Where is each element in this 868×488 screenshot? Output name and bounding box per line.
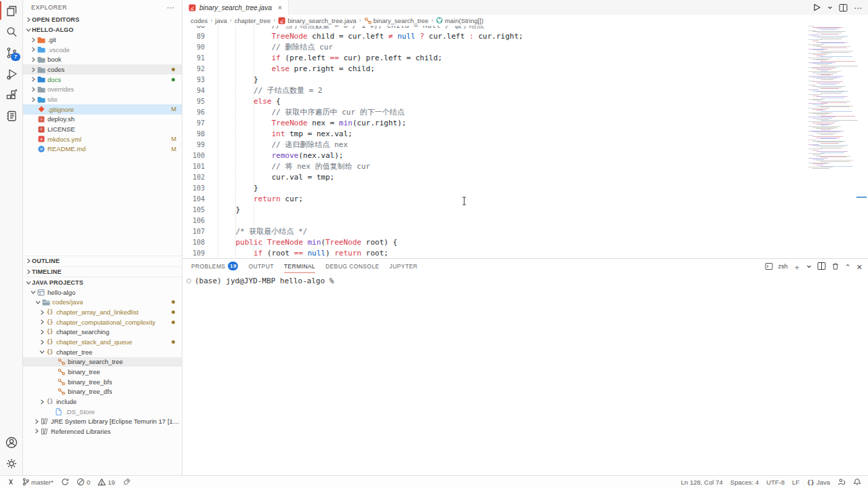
tree-item-mkdocs.yml[interactable]: ≡mkdocs.ymlM — [23, 134, 182, 144]
tree-item-codes[interactable]: codes — [23, 64, 182, 75]
overview-ruler[interactable] — [856, 0, 868, 258]
sidebar-more-actions-icon[interactable]: ⋯ — [167, 3, 175, 12]
panel-tab-label: PROBLEMS — [191, 263, 225, 270]
panel-tab-label: OUTPUT — [248, 263, 273, 270]
tree-item-hello-algo[interactable]: hello-algo — [23, 287, 182, 298]
java-language-status[interactable] — [123, 478, 131, 486]
indentation[interactable]: Spaces: 4 — [730, 479, 759, 486]
tree-item-binary_tree[interactable]: binary_tree — [23, 367, 182, 377]
tree-item-chapter_computational_complexity[interactable]: {}chapter_computational_complexity — [23, 317, 182, 327]
tree-item-.vscode[interactable]: .vscode — [23, 45, 182, 55]
svg-text:>: > — [40, 117, 42, 121]
terminal-dropdown-icon[interactable] — [806, 264, 812, 269]
tree-item-binary_search_tree[interactable]: binary_search_tree — [23, 357, 182, 367]
item-label: binary_tree_dfs — [68, 388, 112, 395]
section-header-java-projects[interactable]: JAVA PROJECTS — [23, 277, 182, 287]
chevron-right-icon — [25, 268, 32, 275]
breadcrumb-item[interactable]: chapter_tree — [235, 17, 271, 24]
explorer-activity-button[interactable] — [0, 0, 22, 21]
tree-item-binary_tree_bfs[interactable]: binary_tree_bfs — [23, 377, 182, 387]
eol-sequence[interactable]: LF — [792, 479, 800, 486]
svg-text:M: M — [39, 147, 42, 151]
remote-indicator[interactable] — [7, 478, 15, 486]
breadcrumb-item[interactable]: main(String[]) — [436, 17, 484, 24]
new-terminal-button[interactable]: ＋ — [793, 260, 801, 272]
tree-item-codesjava[interactable]: codes/java — [23, 298, 182, 308]
account-button[interactable] — [0, 432, 22, 453]
tree-item-.git[interactable]: .git — [23, 35, 182, 45]
settings-gear-button[interactable] — [0, 453, 22, 474]
tree-item-chapter_stack_and_queue[interactable]: {}chapter_stack_and_queue — [23, 337, 182, 347]
panel-tab-debug-console[interactable]: DEBUG CONSOLE — [326, 259, 379, 273]
run-debug-activity-button[interactable] — [0, 63, 22, 84]
tree-item-ReferencedLibraries[interactable]: Referenced Libraries — [23, 426, 182, 436]
kill-terminal-button[interactable] — [831, 262, 840, 270]
split-terminal-button[interactable] — [817, 262, 826, 270]
section-header-open-editors[interactable]: OPEN EDITORS — [23, 15, 182, 25]
live-share[interactable] — [837, 478, 846, 486]
panel-tab-label: JUPYTER — [389, 263, 418, 270]
tree-item-JRESystemLibraryEclipseTemurin1717....[interactable]: JRE System Library [Eclipse Temurin 17 [… — [23, 417, 182, 427]
git-branch[interactable]: master* — [22, 478, 54, 486]
code-text: int tmp = nex.val; — [218, 129, 353, 140]
code-editor[interactable]: 88 // 当子结点数量 = 0 / 1 时, child = null / 该… — [182, 26, 807, 258]
tree-item-chapter_tree[interactable]: {}chapter_tree — [23, 347, 182, 357]
class-icon — [364, 17, 372, 24]
minimap[interactable] — [808, 26, 850, 172]
chevron-right-icon — [25, 258, 32, 264]
panel-tab-problems[interactable]: PROBLEMS19 — [191, 259, 238, 273]
tree-item-chapter_searching[interactable]: {}chapter_searching — [23, 327, 182, 338]
extensions-activity-button[interactable] — [0, 84, 22, 105]
warnings[interactable]: 19 — [98, 478, 115, 486]
run-dropdown-icon[interactable] — [827, 5, 833, 10]
terminal[interactable]: (base) jyd@JYD-MBP hello-algo % — [184, 275, 867, 286]
source-control-activity-button[interactable]: 7 — [0, 42, 22, 63]
breadcrumb-item[interactable]: java — [215, 17, 226, 24]
tree-item-book[interactable]: book — [23, 55, 182, 65]
tree-item-site[interactable]: site — [23, 94, 182, 104]
cursor-position[interactable]: Ln 128, Col 74 — [681, 479, 723, 486]
tree-item-include[interactable]: {}include — [23, 396, 182, 407]
tree-item-deploy.sh[interactable]: >deploy.sh — [23, 115, 182, 125]
breadcrumb-item[interactable]: binary_search_tree — [364, 17, 429, 24]
code-text: // 获取中序遍历中 cur 的下一个结点 — [218, 107, 404, 118]
line-number: 98 — [182, 129, 205, 140]
code-line: 101 // 将 nex 的值复制给 cur — [182, 161, 807, 172]
tree-item-overrides[interactable]: overrides — [23, 85, 182, 95]
code-text: // 当子结点数量 = 0 / 1 时, child = null / 该子结点 — [218, 26, 484, 31]
chevron-right-icon — [30, 46, 37, 53]
section-header-timeline[interactable]: TIMELINE — [23, 266, 182, 277]
search-activity-button[interactable] — [0, 21, 22, 42]
sync-status[interactable] — [61, 478, 69, 486]
diamond-icon — [37, 106, 45, 113]
language-mode[interactable]: {}Java — [807, 479, 830, 486]
line-number: 105 — [182, 205, 205, 216]
notifications-bell[interactable] — [853, 478, 861, 486]
item-label: site — [47, 96, 58, 103]
panel-tab-jupyter[interactable]: JUPYTER — [389, 259, 418, 273]
line-number: 89 — [182, 31, 205, 42]
tree-item-binary_tree_dfs[interactable]: binary_tree_dfs — [23, 387, 182, 397]
panel-tab-terminal[interactable]: TERMINAL — [284, 259, 315, 273]
section-header-outline[interactable]: OUTLINE — [23, 256, 182, 266]
close-panel-button[interactable]: ✕ — [856, 260, 863, 272]
breadcrumb-item[interactable]: binary_search_tree.java — [278, 17, 356, 24]
maximize-panel-button[interactable]: ⌃ — [845, 260, 851, 272]
encoding[interactable]: UTF-8 — [766, 479, 785, 486]
tree-item-.gitignore[interactable]: .gitignoreM — [23, 104, 182, 115]
tab-binary-search-tree[interactable]: binary_search_tree.java × — [182, 0, 289, 15]
tree-item-README.md[interactable]: MREADME.mdM — [23, 144, 182, 155]
section-header-hello-algo[interactable]: HELLO-ALGO — [23, 25, 182, 35]
notebook-activity-button[interactable] — [0, 105, 22, 126]
tree-item-chapter_array_and_linkedlist[interactable]: {}chapter_array_and_linkedlist — [23, 307, 182, 317]
tab-close-icon[interactable]: × — [278, 4, 282, 12]
panel-tab-output[interactable]: OUTPUT — [248, 259, 273, 273]
code-text: } — [218, 205, 240, 216]
tree-item-.DS_Store[interactable]: .DS_Store — [23, 407, 182, 417]
breadcrumb-item[interactable]: codes — [191, 17, 208, 24]
split-editor-button[interactable] — [839, 3, 848, 12]
errors[interactable]: 0 — [77, 478, 90, 486]
tree-item-LICENSE[interactable]: ©LICENSE — [23, 124, 182, 134]
tree-item-docs[interactable]: docs — [23, 75, 182, 85]
run-button[interactable] — [812, 3, 821, 12]
